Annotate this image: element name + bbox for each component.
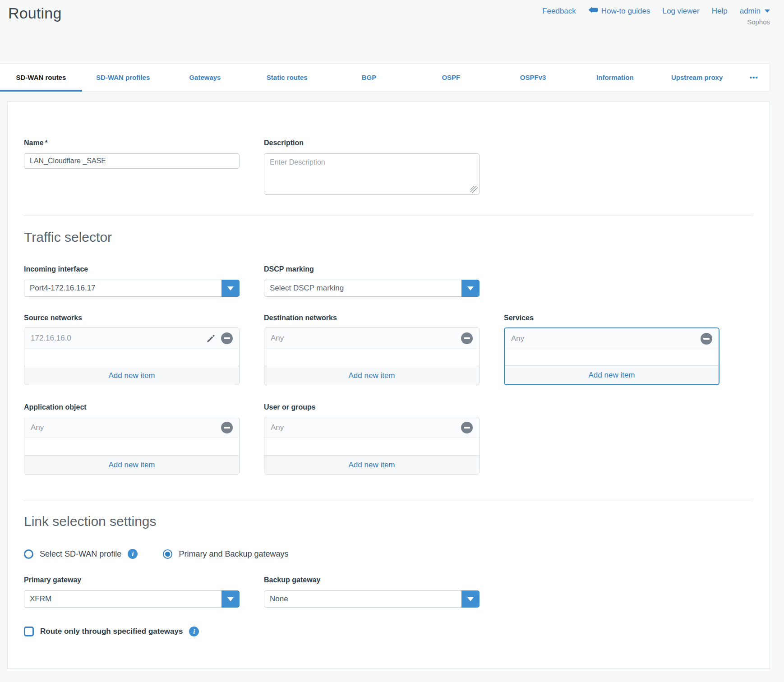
dropdown-arrow-icon — [461, 590, 480, 608]
tab-gateways[interactable]: Gateways — [164, 64, 246, 91]
remove-item-icon[interactable] — [461, 422, 473, 433]
primary-gateway-select[interactable]: XFRM — [24, 590, 240, 608]
howto-guides-label: How-to guides — [601, 7, 650, 16]
dropdown-arrow-icon — [221, 590, 240, 608]
tab-upstream-proxy[interactable]: Upstream proxy — [656, 64, 738, 91]
admin-menu[interactable]: admin — [740, 7, 770, 16]
services-add-button[interactable]: Add new item — [505, 365, 719, 384]
description-textarea[interactable] — [264, 153, 480, 195]
tab-ospfv3[interactable]: OSPFv3 — [492, 64, 574, 91]
list-item-text: Any — [31, 423, 44, 432]
listbox-empty-area — [264, 438, 479, 455]
tab-sd-wan-routes[interactable]: SD-WAN routes — [0, 64, 82, 91]
listbox-empty-area — [505, 349, 719, 365]
log-viewer-link[interactable]: Log viewer — [663, 7, 700, 16]
primary-backup-radio-option[interactable]: Primary and Backup gateways — [163, 549, 288, 559]
sdwan-profile-radio-option[interactable]: Select SD-WAN profile i — [24, 549, 138, 559]
incoming-interface-label: Incoming interface — [24, 265, 240, 273]
description-label: Description — [264, 139, 480, 147]
application-object-add-button[interactable]: Add new item — [24, 455, 239, 474]
howto-guides-link[interactable]: How-to guides — [588, 6, 650, 16]
backup-gateway-label: Backup gateway — [264, 576, 480, 584]
edit-pencil-icon[interactable] — [206, 333, 217, 344]
listbox-empty-area — [24, 349, 239, 366]
incoming-interface-value: Port4-172.16.16.17 — [30, 284, 96, 293]
route-only-checkbox[interactable] — [24, 627, 34, 636]
help-label: Help — [712, 7, 728, 16]
list-item: Any — [24, 417, 239, 438]
backup-gateway-value: None — [270, 594, 288, 604]
list-item-text: Any — [271, 334, 284, 343]
brand-text: Sophos — [747, 18, 770, 26]
services-label: Services — [504, 314, 720, 322]
video-camera-icon — [588, 6, 598, 16]
dropdown-arrow-icon — [221, 280, 240, 297]
info-icon[interactable]: i — [189, 627, 199, 636]
info-icon[interactable]: i — [128, 549, 138, 559]
destination-networks-listbox: Any Add new item — [264, 327, 480, 385]
section-divider — [24, 216, 753, 216]
destination-networks-label: Destination networks — [264, 314, 480, 322]
section-divider — [24, 501, 753, 501]
radio-unselected-icon[interactable] — [24, 549, 33, 559]
backup-gateway-select[interactable]: None — [264, 590, 480, 608]
page-header: Routing Feedback How-to guides Log viewe… — [0, 0, 784, 63]
tab-sd-wan-profiles[interactable]: SD-WAN profiles — [82, 64, 164, 91]
user-or-groups-add-button[interactable]: Add new item — [264, 455, 479, 474]
admin-menu-label: admin — [740, 7, 761, 16]
dropdown-arrow-icon — [461, 280, 480, 297]
required-asterisk: * — [45, 139, 48, 147]
source-networks-label: Source networks — [24, 314, 240, 322]
remove-item-icon[interactable] — [701, 333, 712, 345]
primary-backup-radio-label: Primary and Backup gateways — [179, 549, 288, 559]
name-label: Name* — [24, 139, 240, 147]
tab-bgp[interactable]: BGP — [328, 64, 410, 91]
radio-selected-icon[interactable] — [163, 549, 172, 559]
list-item: Any — [264, 328, 479, 349]
list-item-text: Any — [511, 334, 524, 343]
feedback-link-label: Feedback — [542, 7, 576, 16]
destination-networks-add-button[interactable]: Add new item — [264, 366, 479, 385]
remove-item-icon[interactable] — [221, 422, 233, 433]
traffic-selector-title: Traffic selector — [24, 230, 753, 245]
feedback-link[interactable]: Feedback — [542, 7, 576, 16]
remove-item-icon[interactable] — [221, 332, 233, 344]
list-item: 172.16.16.0 — [24, 328, 239, 349]
list-item: Any — [264, 417, 479, 438]
sd-wan-route-form-panel: Name* Description Traffic selector Incom… — [7, 101, 770, 669]
tab-information[interactable]: Information — [574, 64, 656, 91]
source-networks-add-button[interactable]: Add new item — [24, 366, 239, 385]
chevron-down-icon — [765, 9, 770, 13]
dscp-marking-select[interactable]: Select DSCP marking — [264, 280, 480, 297]
tab-static-routes[interactable]: Static routes — [246, 64, 328, 91]
routing-tabbar: SD-WAN routes SD-WAN profiles Gateways S… — [0, 63, 770, 92]
list-item-text: Any — [271, 423, 284, 432]
primary-gateway-label: Primary gateway — [24, 576, 240, 584]
header-links: Feedback How-to guides Log viewer Help a… — [542, 6, 770, 16]
tab-ospf[interactable]: OSPF — [410, 64, 492, 91]
application-object-label: Application object — [24, 403, 240, 411]
primary-gateway-value: XFRM — [30, 594, 51, 604]
link-selection-title: Link selection settings — [24, 514, 753, 529]
application-object-listbox: Any Add new item — [24, 417, 240, 475]
description-field-group: Description — [264, 139, 480, 195]
listbox-empty-area — [264, 349, 479, 366]
route-only-checkbox-label: Route only through specified gateways — [40, 627, 183, 636]
log-viewer-label: Log viewer — [663, 7, 700, 16]
user-or-groups-label: User or groups — [264, 403, 480, 411]
sdwan-profile-radio-label: Select SD-WAN profile — [40, 549, 121, 559]
services-listbox: Any Add new item — [504, 327, 719, 385]
dscp-marking-label: DSCP marking — [264, 265, 480, 273]
incoming-interface-select[interactable]: Port4-172.16.16.17 — [24, 280, 240, 297]
remove-item-icon[interactable] — [461, 332, 473, 344]
listbox-empty-area — [24, 438, 239, 455]
user-or-groups-listbox: Any Add new item — [264, 417, 480, 475]
list-item: Any — [505, 328, 719, 349]
list-item-text: 172.16.16.0 — [31, 334, 71, 343]
source-networks-listbox: 172.16.16.0 Add new item — [24, 327, 240, 385]
name-field-group: Name* — [24, 139, 240, 169]
name-label-text: Name — [24, 139, 44, 147]
help-link[interactable]: Help — [712, 7, 728, 16]
tab-overflow-menu[interactable]: ••• — [738, 64, 770, 91]
name-input[interactable] — [24, 153, 240, 169]
